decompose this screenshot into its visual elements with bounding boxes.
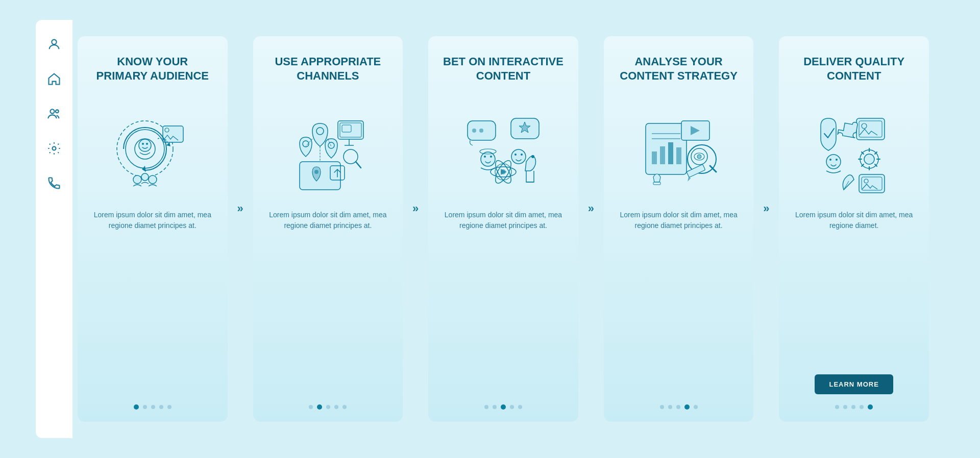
dot-active — [501, 404, 506, 410]
svg-point-38 — [490, 156, 492, 158]
card-4-dots — [660, 404, 698, 410]
svg-point-3 — [53, 147, 56, 150]
dot — [309, 405, 313, 409]
home-icon[interactable] — [46, 71, 62, 87]
svg-rect-55 — [660, 146, 665, 164]
svg-point-42 — [521, 154, 523, 156]
dot — [159, 405, 163, 409]
svg-point-15 — [149, 175, 157, 184]
dot — [334, 405, 338, 409]
dot — [851, 405, 855, 409]
card-4-description: Lorem ipsum dolor sit dim amet, mea regi… — [616, 210, 742, 394]
dot — [151, 405, 155, 409]
svg-rect-56 — [668, 142, 673, 164]
card-4-title: ANALYSE YOUR CONTENT STRATEGY — [616, 55, 742, 100]
dot-active — [868, 404, 873, 410]
card-analyse-strategy: ANALYSE YOUR CONTENT STRATEGY — [604, 36, 754, 422]
svg-point-63 — [697, 155, 701, 159]
svg-point-2 — [56, 110, 59, 113]
svg-rect-67 — [653, 182, 660, 185]
svg-point-0 — [52, 40, 56, 44]
dot — [326, 405, 330, 409]
main-container: KNOW YOUR PRIMARY AUDIENCE — [36, 20, 944, 438]
cards-area: KNOW YOUR PRIMARY AUDIENCE — [72, 20, 944, 438]
dot — [143, 405, 147, 409]
card-1-description: Lorem ipsum dolor sit dim amet, mea regi… — [90, 210, 215, 394]
chevron-2: » — [408, 20, 423, 422]
card-2-description: Lorem ipsum dolor sit dim amet, mea regi… — [265, 210, 391, 394]
svg-point-14 — [141, 173, 149, 181]
svg-rect-54 — [652, 151, 657, 164]
card-3-dots — [484, 404, 522, 410]
dot — [694, 405, 698, 409]
chevron-1: » — [233, 20, 248, 422]
card-2-title: USE APPROPRIATE CHANNELS — [265, 55, 391, 100]
card-4-illustration — [635, 111, 722, 197]
dot-active — [684, 404, 690, 410]
card-5-illustration — [811, 111, 897, 197]
svg-point-49 — [531, 155, 534, 158]
phone-icon[interactable] — [46, 175, 62, 191]
dot — [510, 405, 514, 409]
svg-point-1 — [50, 109, 54, 113]
card-appropriate-channels: USE APPROPRIATE CHANNELS — [253, 36, 403, 422]
dot — [660, 405, 664, 409]
dot-active — [317, 404, 322, 410]
card-know-audience: KNOW YOUR PRIMARY AUDIENCE — [78, 36, 228, 422]
dot — [484, 405, 488, 409]
learn-more-button[interactable]: LEARN MORE — [815, 374, 893, 394]
svg-point-7 — [139, 139, 151, 151]
card-3-title: BET ON INTERACTIVE CONTENT — [440, 55, 566, 100]
people-icon[interactable] — [46, 106, 62, 122]
dot — [835, 405, 839, 409]
svg-point-73 — [836, 159, 838, 161]
svg-point-9 — [146, 143, 148, 145]
card-interactive-content: BET ON INTERACTIVE CONTENT — [428, 36, 578, 422]
dot — [342, 405, 347, 409]
svg-line-31 — [356, 162, 361, 168]
svg-line-64 — [710, 166, 716, 172]
chevron-4: » — [758, 20, 774, 422]
user-icon[interactable] — [46, 36, 62, 53]
dot — [843, 405, 847, 409]
card-5-title: DELIVER QUALITY CONTENT — [791, 55, 917, 100]
settings-icon[interactable] — [46, 140, 62, 157]
card-deliver-quality: DELIVER QUALITY CONTENT — [779, 36, 929, 422]
dot — [518, 405, 522, 409]
card-1-title: KNOW YOUR PRIMARY AUDIENCE — [90, 55, 215, 100]
chevron-3: » — [583, 20, 599, 422]
svg-point-37 — [484, 156, 486, 158]
dot — [860, 405, 864, 409]
card-5-dots — [835, 404, 873, 410]
svg-point-41 — [514, 154, 517, 156]
svg-rect-57 — [676, 147, 681, 164]
card-2-dots — [309, 404, 347, 410]
card-1-illustration — [109, 111, 196, 197]
svg-rect-68 — [856, 118, 885, 140]
card-5-description: Lorem ipsum dolor sit dim amet, mea regi… — [791, 210, 917, 369]
svg-point-8 — [142, 143, 144, 145]
svg-marker-16 — [142, 166, 146, 172]
dot — [493, 405, 497, 409]
card-2-illustration — [284, 111, 371, 197]
dot — [167, 405, 172, 409]
svg-point-72 — [829, 159, 831, 161]
svg-point-13 — [133, 175, 141, 184]
svg-point-33 — [472, 129, 476, 133]
card-1-dots — [134, 404, 172, 410]
sidebar — [36, 20, 72, 438]
svg-point-34 — [479, 129, 483, 133]
dot — [676, 405, 680, 409]
svg-point-28 — [314, 170, 318, 174]
card-3-description: Lorem ipsum dolor sit dim amet, mea regi… — [440, 210, 566, 394]
svg-point-71 — [826, 155, 841, 169]
svg-point-40 — [511, 149, 526, 164]
svg-marker-12 — [166, 142, 170, 146]
dot — [668, 405, 672, 409]
svg-point-75 — [864, 154, 874, 164]
card-3-illustration — [460, 111, 547, 197]
dot-active — [134, 404, 139, 410]
